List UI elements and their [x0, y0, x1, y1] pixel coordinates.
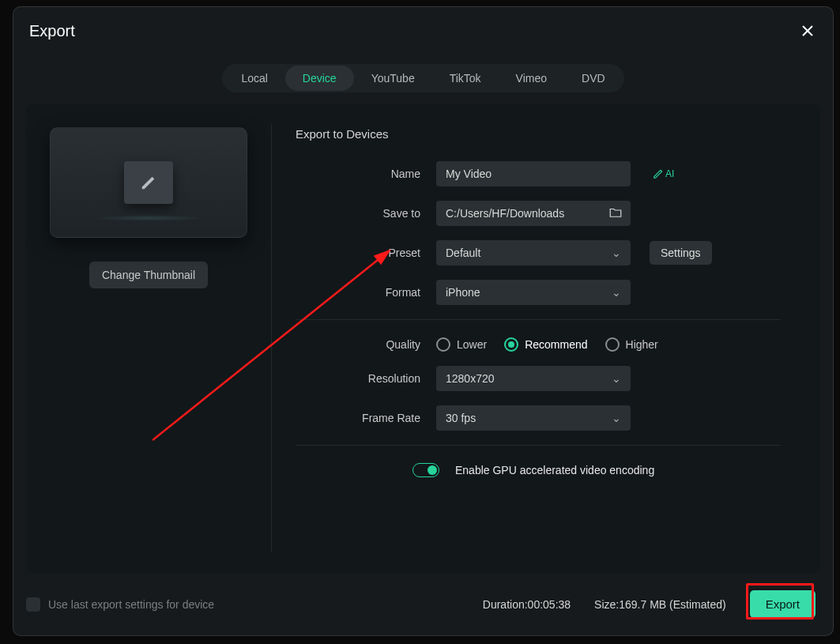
- change-thumbnail-button[interactable]: Change Thumbnail: [89, 262, 208, 288]
- quality-lower[interactable]: Lower: [436, 337, 487, 352]
- save-to-value: C:/Users/HF/Downloads: [446, 207, 564, 220]
- label-quality: Quality: [296, 338, 436, 351]
- body-panel: Change Thumbnail Export to Devices Name …: [26, 104, 820, 573]
- resolution-select[interactable]: 1280x720 ⌄: [436, 366, 631, 391]
- quality-recommend[interactable]: Recommend: [504, 337, 587, 352]
- row-gpu: Enable GPU accelerated video encoding: [296, 463, 781, 477]
- row-name: Name AI: [296, 161, 781, 186]
- row-frame-rate: Frame Rate 30 fps ⌄: [296, 405, 781, 431]
- title-bar: Export: [13, 7, 833, 48]
- label-save-to: Save to: [296, 207, 436, 220]
- radio-icon: [436, 337, 450, 352]
- quality-lower-label: Lower: [457, 338, 487, 351]
- chevron-down-icon: ⌄: [612, 412, 621, 424]
- save-to-field[interactable]: C:/Users/HF/Downloads: [436, 201, 631, 226]
- row-quality: Quality Lower Recommend Higher: [296, 337, 781, 352]
- folder-icon[interactable]: [608, 205, 623, 222]
- export-tabs: Local Device YouTube TikTok Vimeo DVD: [222, 64, 623, 92]
- thumbnail-preview: [50, 127, 247, 238]
- export-dialog: Export Local Device YouTube TikTok Vimeo…: [13, 6, 834, 636]
- frame-rate-value: 30 fps: [446, 412, 476, 424]
- quality-higher-label: Higher: [626, 338, 658, 351]
- use-last-checkbox[interactable]: [26, 597, 40, 612]
- quality-recommend-label: Recommend: [525, 338, 587, 351]
- tab-vimeo[interactable]: Vimeo: [499, 66, 564, 91]
- radio-icon: [504, 337, 518, 352]
- ai-rename-button[interactable]: AI: [653, 168, 674, 179]
- tab-tiktok[interactable]: TikTok: [432, 66, 499, 91]
- name-input[interactable]: [436, 161, 631, 186]
- close-button[interactable]: [798, 21, 817, 40]
- quality-radio-group: Lower Recommend Higher: [436, 337, 658, 352]
- tab-dvd[interactable]: DVD: [564, 66, 623, 91]
- row-save-to: Save to C:/Users/HF/Downloads: [296, 201, 781, 226]
- pen-icon: [653, 168, 664, 179]
- preset-select[interactable]: Default ⌄: [436, 240, 631, 266]
- resolution-value: 1280x720: [446, 372, 495, 385]
- label-name: Name: [296, 168, 436, 180]
- edit-thumbnail-placeholder: [124, 161, 173, 204]
- label-preset: Preset: [296, 247, 436, 259]
- row-format: Format iPhone ⌄: [296, 280, 781, 305]
- format-value: iPhone: [446, 286, 480, 299]
- gpu-label: Enable GPU accelerated video encoding: [455, 464, 654, 476]
- row-resolution: Resolution 1280x720 ⌄: [296, 366, 781, 391]
- frame-rate-select[interactable]: 30 fps ⌄: [436, 405, 631, 431]
- close-icon: [801, 24, 814, 37]
- label-resolution: Resolution: [296, 372, 436, 385]
- label-format: Format: [296, 286, 436, 299]
- thumbnail-shadow: [93, 215, 204, 221]
- tab-device[interactable]: Device: [285, 66, 354, 91]
- size-info: Size:169.7 MB (Estimated): [594, 598, 726, 611]
- label-frame-rate: Frame Rate: [296, 412, 436, 424]
- thumbnail-column: Change Thumbnail: [26, 104, 271, 573]
- chevron-down-icon: ⌄: [612, 286, 621, 299]
- separator: [296, 445, 781, 446]
- preset-settings-button[interactable]: Settings: [650, 241, 712, 265]
- export-button[interactable]: Export: [750, 590, 816, 618]
- tab-local[interactable]: Local: [224, 66, 284, 91]
- row-preset: Preset Default ⌄ Settings: [296, 240, 781, 266]
- separator: [296, 319, 781, 320]
- radio-icon: [605, 337, 620, 352]
- format-select[interactable]: iPhone ⌄: [436, 280, 631, 305]
- quality-higher[interactable]: Higher: [605, 337, 658, 352]
- ai-label: AI: [665, 168, 674, 179]
- chevron-down-icon: ⌄: [612, 247, 621, 259]
- footer: Use last export settings for device Dura…: [13, 573, 833, 635]
- pencil-icon: [140, 174, 157, 191]
- chevron-down-icon: ⌄: [612, 372, 621, 385]
- preset-value: Default: [446, 247, 480, 259]
- duration-info: Duration:00:05:38: [483, 598, 571, 611]
- section-title: Export to Devices: [296, 127, 781, 141]
- dialog-title: Export: [29, 22, 75, 40]
- tab-youtube[interactable]: YouTube: [354, 66, 432, 91]
- form-column: Export to Devices Name AI Save to C:/Use…: [272, 104, 820, 573]
- gpu-toggle[interactable]: [412, 463, 439, 477]
- use-last-label: Use last export settings for device: [48, 598, 214, 611]
